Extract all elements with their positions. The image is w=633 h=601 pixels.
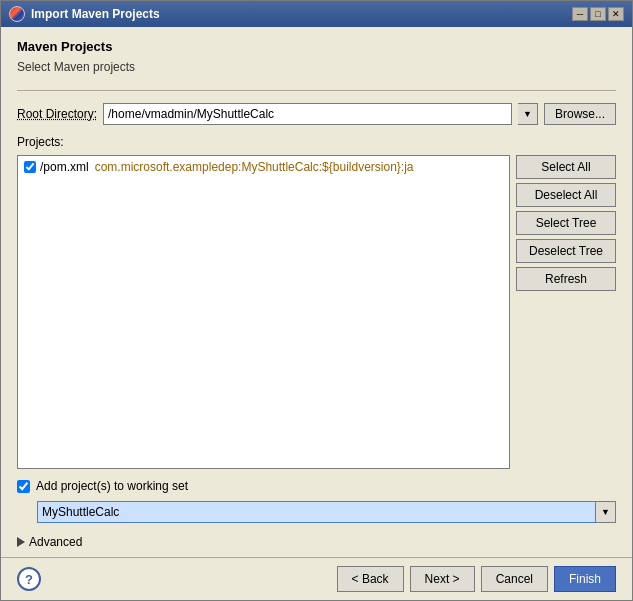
- titlebar: Import Maven Projects ─ □ ✕: [1, 1, 632, 27]
- select-all-button[interactable]: Select All: [516, 155, 616, 179]
- advanced-row[interactable]: Advanced: [17, 535, 616, 549]
- working-set-checkbox[interactable]: [17, 480, 30, 493]
- main-content: Maven Projects Select Maven projects Roo…: [1, 27, 632, 557]
- root-dir-input[interactable]: [103, 103, 512, 125]
- cancel-button[interactable]: Cancel: [481, 566, 548, 592]
- root-dir-label: Root Directory:: [17, 107, 97, 121]
- project-id: com.microsoft.exampledep:MyShuttleCalc:$…: [95, 160, 414, 174]
- deselect-all-button[interactable]: Deselect All: [516, 183, 616, 207]
- titlebar-left: Import Maven Projects: [9, 6, 160, 22]
- table-row: /pom.xml com.microsoft.exampledep:MyShut…: [20, 158, 507, 176]
- separator: [17, 90, 616, 91]
- advanced-expand-icon: [17, 537, 25, 547]
- section-subtitle: Select Maven projects: [17, 60, 616, 74]
- footer-left: ?: [17, 567, 41, 591]
- root-dir-dropdown-btn[interactable]: ▼: [518, 103, 538, 125]
- working-set-input[interactable]: [37, 501, 596, 523]
- browse-button[interactable]: Browse...: [544, 103, 616, 125]
- dialog-title: Import Maven Projects: [31, 7, 160, 21]
- section-title: Maven Projects: [17, 39, 616, 54]
- advanced-label: Advanced: [29, 535, 82, 549]
- app-icon: [9, 6, 25, 22]
- footer-right: < Back Next > Cancel Finish: [337, 566, 616, 592]
- projects-label: Projects:: [17, 135, 616, 149]
- working-set-row: Add project(s) to working set: [17, 479, 616, 493]
- maximize-button[interactable]: □: [590, 7, 606, 21]
- import-maven-dialog: Import Maven Projects ─ □ ✕ Maven Projec…: [0, 0, 633, 601]
- minimize-button[interactable]: ─: [572, 7, 588, 21]
- working-set-combo: ▼: [37, 501, 616, 523]
- footer: ? < Back Next > Cancel Finish: [1, 557, 632, 600]
- back-button[interactable]: < Back: [337, 566, 404, 592]
- titlebar-buttons: ─ □ ✕: [572, 7, 624, 21]
- project-name: /pom.xml: [40, 160, 89, 174]
- projects-list[interactable]: /pom.xml com.microsoft.exampledep:MyShut…: [17, 155, 510, 469]
- help-button[interactable]: ?: [17, 567, 41, 591]
- side-buttons: Select All Deselect All Select Tree Dese…: [516, 155, 616, 469]
- select-tree-button[interactable]: Select Tree: [516, 211, 616, 235]
- root-dir-row: Root Directory: ▼ Browse...: [17, 103, 616, 125]
- deselect-tree-button[interactable]: Deselect Tree: [516, 239, 616, 263]
- working-set-dropdown-btn[interactable]: ▼: [596, 501, 616, 523]
- finish-button[interactable]: Finish: [554, 566, 616, 592]
- refresh-button[interactable]: Refresh: [516, 267, 616, 291]
- working-set-label: Add project(s) to working set: [36, 479, 188, 493]
- next-button[interactable]: Next >: [410, 566, 475, 592]
- projects-area: /pom.xml com.microsoft.exampledep:MyShut…: [17, 155, 616, 469]
- project-checkbox[interactable]: [24, 161, 36, 173]
- close-button[interactable]: ✕: [608, 7, 624, 21]
